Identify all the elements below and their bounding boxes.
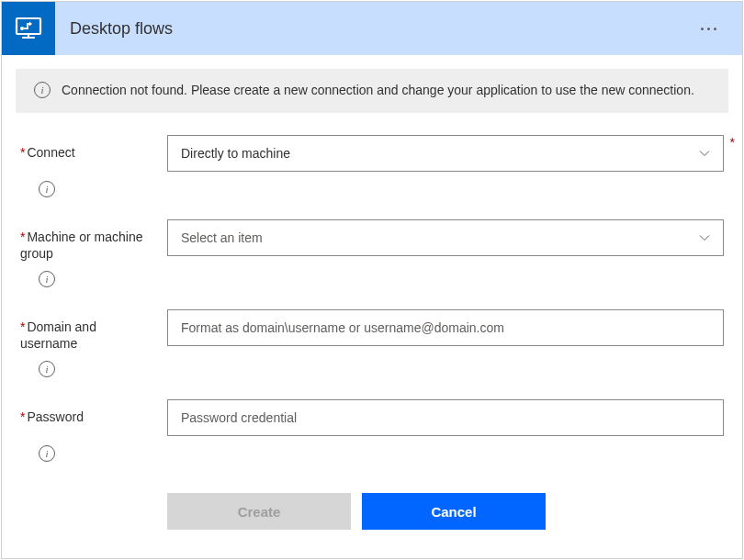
- domain-info-row: i: [20, 361, 724, 377]
- desktop-flows-icon: [2, 2, 55, 55]
- chevron-down-icon: [699, 232, 710, 243]
- info-icon: i: [34, 82, 51, 98]
- connect-row: *Connect Directly to machine *: [20, 135, 724, 172]
- info-icon[interactable]: i: [39, 181, 55, 197]
- header-title: Desktop flows: [70, 19, 693, 39]
- required-indicator: *: [730, 135, 735, 150]
- info-icon[interactable]: i: [39, 445, 55, 462]
- form-area: *Connect Directly to machine * i *Machin…: [2, 113, 742, 549]
- more-options-button[interactable]: [693, 20, 724, 38]
- warning-message: Connection not found. Please create a ne…: [62, 82, 694, 100]
- domain-row: *Domain and username: [20, 309, 724, 352]
- machine-row: *Machine or machine group Select an item: [20, 219, 724, 262]
- connect-select[interactable]: Directly to machine: [167, 135, 724, 172]
- domain-label: *Domain and username: [20, 309, 156, 352]
- svg-point-1: [20, 27, 24, 30]
- domain-username-input[interactable]: [167, 309, 724, 346]
- machine-label: *Machine or machine group: [20, 219, 156, 262]
- info-icon[interactable]: i: [39, 271, 55, 287]
- machine-select[interactable]: Select an item: [167, 219, 724, 256]
- machine-info-row: i: [20, 271, 724, 287]
- password-info-row: i: [20, 445, 724, 462]
- password-row: *Password: [20, 399, 724, 436]
- password-input[interactable]: [167, 399, 724, 436]
- password-label: *Password: [20, 399, 156, 425]
- button-row: Create Cancel: [20, 493, 724, 530]
- connect-value: Directly to machine: [181, 146, 290, 161]
- connect-info-row: i: [20, 181, 724, 197]
- header: Desktop flows: [2, 2, 742, 55]
- connect-label: *Connect: [20, 135, 156, 161]
- info-icon[interactable]: i: [39, 361, 55, 377]
- machine-placeholder: Select an item: [181, 230, 263, 245]
- cancel-button[interactable]: Cancel: [362, 493, 546, 530]
- create-button[interactable]: Create: [167, 493, 351, 530]
- chevron-down-icon: [699, 148, 710, 159]
- svg-rect-0: [17, 18, 40, 34]
- warning-banner: i Connection not found. Please create a …: [16, 69, 728, 113]
- dialog-container: Desktop flows i Connection not found. Pl…: [1, 1, 743, 559]
